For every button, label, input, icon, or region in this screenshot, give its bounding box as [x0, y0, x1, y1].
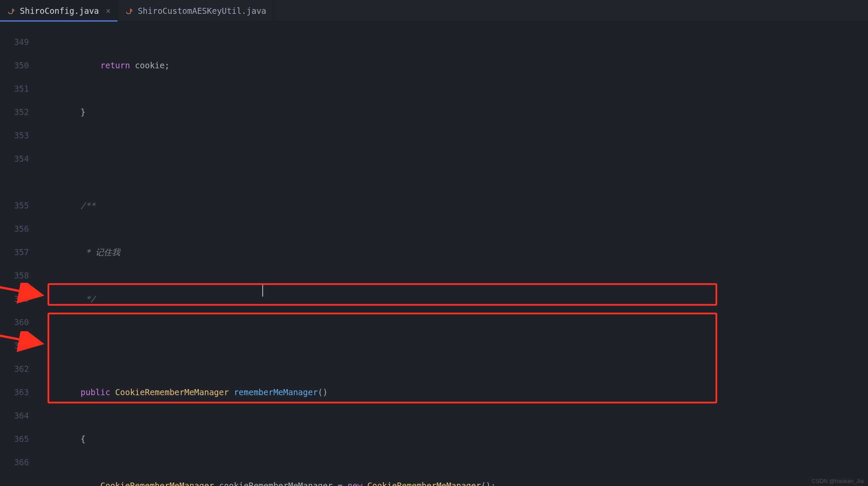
code-line: */ — [41, 287, 868, 310]
line-number: 354 — [0, 147, 29, 170]
line-number: 365 — [0, 427, 29, 451]
line-number: 355 — [0, 194, 29, 217]
line-number: 359 — [0, 287, 29, 310]
line-number: 352 — [0, 100, 29, 124]
code-line — [41, 334, 868, 357]
line-number: 366 — [0, 451, 29, 474]
code-area[interactable]: return cookie; } /** * 记住我 */ public Coo… — [41, 22, 868, 486]
line-number: 364 — [0, 404, 29, 427]
tab-shiroconfig[interactable]: ShiroConfig.java × — [0, 0, 118, 21]
line-number: 361 — [0, 334, 29, 357]
line-number: 353 — [0, 124, 29, 147]
code-line: { — [41, 427, 868, 451]
line-number: 358 — [0, 264, 29, 287]
tab-shirocustomaeskeyutil[interactable]: ShiroCustomAESKeyUtil.java — [118, 0, 273, 21]
line-number: 362 — [0, 357, 29, 380]
line-number — [0, 170, 29, 194]
java-icon — [7, 6, 16, 15]
line-number: 349 — [0, 30, 29, 54]
code-line: * 记住我 — [41, 240, 868, 264]
code-line: /** — [41, 194, 868, 217]
close-icon[interactable]: × — [103, 6, 111, 15]
text-cursor — [262, 284, 263, 297]
line-number: 363 — [0, 380, 29, 404]
code-line — [41, 147, 868, 170]
code-line: public CookieRememberMeManager rememberM… — [41, 380, 868, 404]
code-line: CookieRememberMeManager cookieRememberMe… — [41, 474, 868, 486]
line-number: 350 — [0, 54, 29, 77]
tab-label: ShiroCustomAESKeyUtil.java — [138, 6, 266, 16]
line-gutter: 349 350 351 352 353 354 355 356 357 358 … — [0, 22, 41, 486]
code-line: } — [41, 100, 868, 124]
tab-bar: ShiroConfig.java × ShiroCustomAESKeyUtil… — [0, 0, 868, 22]
line-number: 360 — [0, 310, 29, 334]
tab-label: ShiroConfig.java — [20, 6, 99, 16]
watermark: CSDN @haokan_Jia — [812, 478, 864, 484]
java-icon — [125, 6, 134, 15]
editor[interactable]: 349 350 351 352 353 354 355 356 357 358 … — [0, 22, 868, 486]
line-number: 351 — [0, 77, 29, 100]
line-number: 356 — [0, 217, 29, 240]
code-line: return cookie; — [41, 54, 868, 77]
line-number: 357 — [0, 240, 29, 264]
